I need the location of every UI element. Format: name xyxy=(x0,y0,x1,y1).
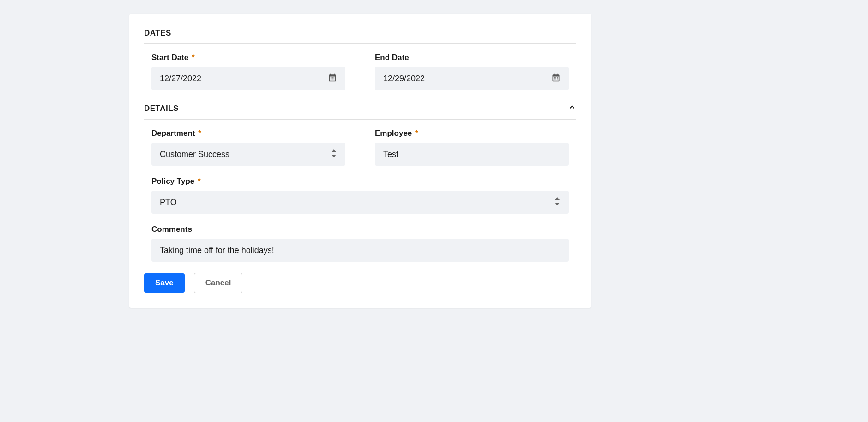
comments-field: Comments xyxy=(144,225,576,262)
employee-field: Employee * xyxy=(375,129,569,166)
department-field: Department * Customer Success xyxy=(151,129,345,166)
required-star: * xyxy=(415,129,418,138)
calendar-icon[interactable] xyxy=(551,73,561,84)
department-select-wrapper[interactable]: Customer Success xyxy=(151,143,345,166)
dates-section: DATES Start Date * xyxy=(144,29,576,90)
dates-section-title: DATES xyxy=(144,29,171,38)
comments-input[interactable] xyxy=(160,246,561,255)
department-select: Customer Success xyxy=(160,150,331,159)
required-star: * xyxy=(198,177,201,186)
details-section: DETAILS Department * Customer Success xyxy=(144,103,576,262)
start-date-input-wrapper[interactable] xyxy=(151,67,345,90)
employee-input-wrapper[interactable] xyxy=(375,143,569,166)
select-arrows-icon xyxy=(331,149,337,159)
select-arrows-icon xyxy=(554,197,561,207)
policy-type-select: PTO xyxy=(160,198,554,207)
dates-fields-row: Start Date * End Date xyxy=(144,53,576,90)
save-button[interactable]: Save xyxy=(144,273,185,293)
details-section-title: DETAILS xyxy=(144,104,179,113)
end-date-label: End Date xyxy=(375,53,569,62)
department-label: Department * xyxy=(151,129,345,138)
chevron-up-icon[interactable] xyxy=(568,103,576,114)
end-date-input-wrapper[interactable] xyxy=(375,67,569,90)
svg-marker-1 xyxy=(332,155,336,157)
dates-section-header: DATES xyxy=(144,29,576,44)
policy-type-field: Policy Type * PTO xyxy=(144,177,576,214)
cancel-button[interactable]: Cancel xyxy=(194,273,243,293)
details-section-header: DETAILS xyxy=(144,103,576,120)
start-date-input[interactable] xyxy=(160,74,328,84)
policy-type-select-wrapper[interactable]: PTO xyxy=(151,191,569,214)
button-row: Save Cancel xyxy=(144,273,576,293)
required-star: * xyxy=(198,129,201,138)
employee-label: Employee * xyxy=(375,129,569,138)
details-fields-row-1: Department * Customer Success xyxy=(144,129,576,166)
employee-input[interactable] xyxy=(383,150,561,159)
svg-marker-2 xyxy=(555,197,560,200)
required-star: * xyxy=(192,53,195,62)
policy-type-label: Policy Type * xyxy=(151,177,569,186)
comments-input-wrapper[interactable] xyxy=(151,239,569,262)
svg-marker-3 xyxy=(555,203,560,205)
calendar-icon[interactable] xyxy=(328,73,337,84)
start-date-field: Start Date * xyxy=(151,53,345,90)
end-date-input[interactable] xyxy=(383,74,551,84)
comments-label: Comments xyxy=(151,225,569,234)
start-date-label: Start Date * xyxy=(151,53,345,62)
form-card: DATES Start Date * xyxy=(129,14,591,308)
end-date-field: End Date xyxy=(375,53,569,90)
svg-marker-0 xyxy=(332,149,336,152)
